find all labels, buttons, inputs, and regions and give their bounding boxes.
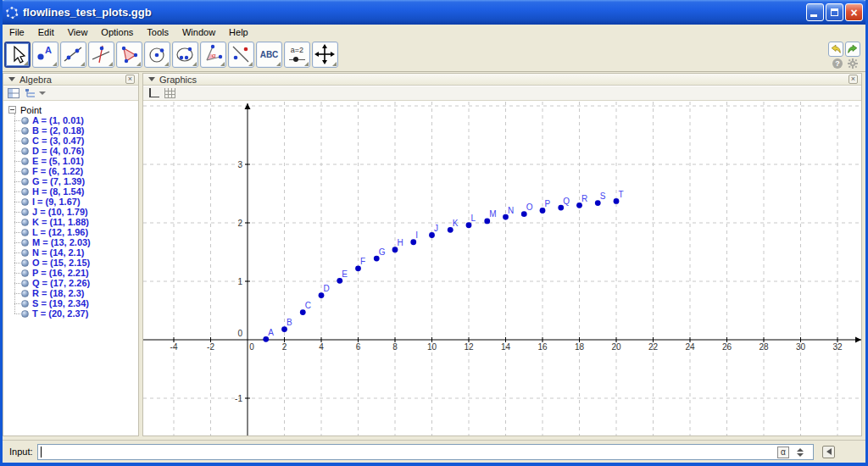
visibility-marble-icon[interactable] bbox=[21, 198, 29, 206]
algebra-item-M[interactable]: M = (13, 2.03) bbox=[3, 237, 138, 247]
tool-line[interactable] bbox=[60, 42, 86, 68]
point-M[interactable] bbox=[484, 219, 490, 225]
visibility-marble-icon[interactable] bbox=[21, 310, 29, 318]
visibility-marble-icon[interactable] bbox=[21, 127, 29, 135]
menu-tools[interactable]: Tools bbox=[140, 25, 175, 39]
algebra-root-node[interactable]: Point bbox=[3, 104, 138, 115]
point-G[interactable] bbox=[374, 256, 380, 262]
collapse-icon[interactable] bbox=[8, 106, 16, 114]
point-P[interactable] bbox=[540, 208, 546, 214]
point-S[interactable] bbox=[595, 200, 601, 206]
visibility-marble-icon[interactable] bbox=[21, 219, 29, 226]
algebra-item-L[interactable]: L = (12, 1.96) bbox=[3, 227, 138, 237]
algebra-item-F[interactable]: F = (6, 1.22) bbox=[3, 166, 138, 176]
chevron-down-icon[interactable] bbox=[8, 77, 15, 81]
chevron-down-icon[interactable] bbox=[39, 92, 46, 95]
visibility-marble-icon[interactable] bbox=[21, 280, 29, 287]
tool-polygon[interactable] bbox=[116, 42, 142, 68]
tool-move[interactable] bbox=[4, 42, 31, 68]
algebra-header[interactable]: Algebra × bbox=[3, 74, 138, 86]
grid-icon[interactable] bbox=[164, 88, 175, 98]
visibility-marble-icon[interactable] bbox=[21, 137, 29, 145]
algebra-item-B[interactable]: B = (2, 0.18) bbox=[3, 125, 138, 136]
point-O[interactable] bbox=[521, 211, 527, 217]
visibility-marble-icon[interactable] bbox=[21, 290, 29, 297]
tool-new-point[interactable]: A bbox=[32, 42, 58, 68]
gear-icon[interactable] bbox=[848, 58, 858, 69]
point-J[interactable] bbox=[429, 232, 435, 238]
point-C[interactable] bbox=[300, 309, 306, 315]
tool-dropdown-icon[interactable] bbox=[164, 62, 169, 66]
algebra-item-A[interactable]: A = (1, 0.01) bbox=[3, 115, 138, 125]
tool-dropdown-icon[interactable] bbox=[332, 62, 337, 66]
axes-icon[interactable] bbox=[147, 88, 159, 98]
point-B[interactable] bbox=[281, 326, 287, 332]
visibility-marble-icon[interactable] bbox=[21, 147, 29, 155]
input-field-wrap[interactable]: α bbox=[37, 444, 814, 460]
tool-dropdown-icon[interactable] bbox=[24, 61, 28, 65]
menu-help[interactable]: Help bbox=[222, 25, 255, 39]
algebra-item-K[interactable]: K = (11, 1.88) bbox=[3, 217, 138, 227]
tool-reflect[interactable] bbox=[228, 42, 254, 68]
algebra-close-icon[interactable]: × bbox=[125, 75, 135, 84]
undo-button[interactable] bbox=[828, 42, 843, 57]
spinner-up-icon[interactable] bbox=[797, 448, 804, 452]
point-Q[interactable] bbox=[558, 205, 564, 211]
tool-dropdown-icon[interactable] bbox=[220, 62, 225, 66]
tool-dropdown-icon[interactable] bbox=[136, 62, 141, 66]
tool-dropdown-icon[interactable] bbox=[81, 62, 85, 66]
maximize-button[interactable] bbox=[826, 3, 843, 21]
visibility-marble-icon[interactable] bbox=[21, 269, 29, 277]
visibility-marble-icon[interactable] bbox=[21, 117, 29, 125]
help-icon[interactable]: ? bbox=[832, 58, 843, 69]
algebra-item-C[interactable]: C = (3, 0.47) bbox=[3, 136, 138, 146]
visibility-marble-icon[interactable] bbox=[21, 158, 29, 165]
menu-file[interactable]: File bbox=[3, 25, 31, 39]
point-D[interactable] bbox=[319, 292, 325, 298]
algebra-item-N[interactable]: N = (14, 2.1) bbox=[3, 247, 138, 258]
tool-dropdown-icon[interactable] bbox=[108, 62, 113, 66]
visibility-marble-icon[interactable] bbox=[21, 259, 29, 267]
input-field[interactable] bbox=[42, 445, 762, 459]
tool-ellipse[interactable] bbox=[172, 42, 198, 68]
input-help-toggle-button[interactable] bbox=[822, 446, 835, 458]
algebra-item-Q[interactable]: Q = (17, 2.26) bbox=[3, 278, 138, 288]
visibility-marble-icon[interactable] bbox=[21, 239, 29, 247]
tool-text[interactable]: ABC bbox=[256, 42, 282, 68]
tool-dropdown-icon[interactable] bbox=[276, 62, 281, 66]
tool-perpendicular-line[interactable] bbox=[88, 42, 114, 68]
menu-options[interactable]: Options bbox=[94, 25, 140, 39]
point-R[interactable] bbox=[576, 202, 582, 208]
visibility-marble-icon[interactable] bbox=[21, 249, 29, 257]
point-L[interactable] bbox=[466, 222, 472, 228]
tool-dropdown-icon[interactable] bbox=[53, 62, 57, 66]
sort-objects-icon[interactable] bbox=[25, 88, 46, 98]
point-T[interactable] bbox=[614, 198, 620, 204]
algebra-item-T[interactable]: T = (20, 2.37) bbox=[3, 308, 138, 319]
input-history-spinner[interactable] bbox=[795, 447, 804, 458]
algebra-item-R[interactable]: R = (18, 2.3) bbox=[3, 288, 138, 298]
minimize-button[interactable] bbox=[806, 3, 824, 21]
point-K[interactable] bbox=[448, 227, 453, 233]
tool-dropdown-icon[interactable] bbox=[248, 62, 253, 66]
algebra-item-P[interactable]: P = (16, 2.21) bbox=[3, 268, 138, 278]
algebra-item-J[interactable]: J = (10, 1.79) bbox=[3, 207, 138, 217]
auxiliary-objects-icon[interactable] bbox=[8, 88, 19, 98]
algebra-item-O[interactable]: O = (15, 2.15) bbox=[3, 258, 138, 268]
tool-angle[interactable]: α bbox=[200, 42, 226, 68]
graphics-header[interactable]: Graphics × bbox=[143, 74, 861, 86]
tool-dropdown-icon[interactable] bbox=[304, 62, 309, 66]
point-I[interactable] bbox=[410, 239, 416, 245]
greek-symbols-button[interactable]: α bbox=[777, 447, 789, 458]
visibility-marble-icon[interactable] bbox=[21, 178, 29, 186]
visibility-marble-icon[interactable] bbox=[21, 208, 29, 216]
graphics-canvas[interactable]: -4-202468101214161820222426283032-10123A… bbox=[143, 102, 861, 435]
visibility-marble-icon[interactable] bbox=[21, 229, 29, 236]
visibility-marble-icon[interactable] bbox=[21, 188, 29, 196]
algebra-item-D[interactable]: D = (4, 0.76) bbox=[3, 146, 138, 156]
menu-window[interactable]: Window bbox=[175, 25, 222, 39]
algebra-item-E[interactable]: E = (5, 1.01) bbox=[3, 156, 138, 166]
visibility-marble-icon[interactable] bbox=[21, 168, 29, 175]
menu-view[interactable]: View bbox=[61, 25, 95, 39]
point-H[interactable] bbox=[392, 247, 398, 252]
